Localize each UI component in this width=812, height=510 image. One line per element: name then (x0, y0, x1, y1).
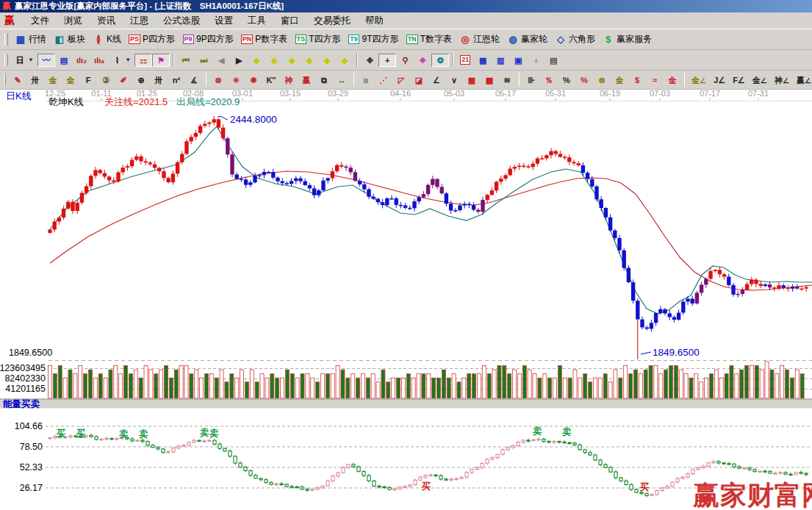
save-button[interactable]: ▣ (509, 54, 527, 67)
t9-square-button[interactable]: T99T四方形 (345, 32, 403, 47)
golden-circle-tool-button[interactable]: ⊜ (593, 73, 611, 87)
winner-wheel-button[interactable]: ◍赢家轮 (503, 32, 551, 47)
diamond-shift-left-button[interactable]: ◈ (248, 54, 265, 67)
f-grid-tool-button[interactable]: F (79, 73, 97, 87)
k-quote-tool-button[interactable]: K″ (262, 73, 280, 87)
winner-service-button[interactable]: $赢家服务 (599, 32, 655, 47)
zoom-button[interactable]: ⚲ (396, 54, 414, 67)
percent-line-tool-button[interactable]: ％ (540, 73, 558, 87)
n2-tool-button[interactable]: n² (168, 73, 185, 87)
info-doc-button[interactable]: ▤ (55, 54, 73, 67)
fan-box-tool-button[interactable]: ◸ (392, 73, 410, 87)
notes-button[interactable]: ▥ (492, 54, 509, 67)
shen-grid-tool-button[interactable]: 神 (280, 73, 298, 87)
grid-tool-button[interactable]: 卅 (26, 73, 44, 87)
j-angle-tool-button[interactable]: J∠ (710, 73, 729, 87)
angle-tool-button[interactable]: ∠ (428, 73, 445, 87)
period-day-button[interactable]: 日▼ (11, 54, 37, 67)
crosshair-button[interactable]: + (378, 54, 396, 67)
menu-item-2[interactable]: 资讯 (90, 13, 123, 29)
web-box-tool-button[interactable]: ◪ (410, 73, 428, 87)
diamond-compress-button[interactable]: ◈ (301, 54, 318, 67)
next-button[interactable]: ▶ (230, 54, 248, 67)
p-number-button[interactable]: PNP数字表 (237, 32, 292, 47)
marker-tool-button[interactable]: ✐ (115, 73, 132, 87)
sectors-button[interactable]: ◧板块 (50, 32, 89, 47)
spiral-grid-tool-button[interactable]: ③ (97, 73, 115, 87)
gann-fan-tool-button[interactable]: ⋰ (375, 73, 392, 87)
number-grid-tool-button[interactable]: ⧉ (315, 73, 333, 87)
gold-underline-tool-button[interactable]: 金 (664, 73, 681, 87)
ruler-list-tool-button[interactable]: ⊪ (522, 73, 540, 87)
menu-item-1[interactable]: 浏览 (57, 13, 90, 29)
toolbar-grip[interactable] (4, 54, 8, 66)
menu-item-7[interactable]: 窗口 (273, 13, 306, 29)
ying-grid-tool-button[interactable]: 赢 (298, 73, 315, 87)
menu-item-6[interactable]: 工具 (240, 13, 273, 29)
wave-tool-button[interactable]: ≈ (646, 73, 664, 87)
gold-grid-tool-button[interactable]: 金 (44, 73, 62, 87)
ma3-button[interactable]: ılı₃ (73, 54, 90, 67)
kline-button[interactable]: ≬K线 (89, 32, 125, 47)
ying-angle-tool-button[interactable]: 赢∠ (793, 73, 812, 87)
menu-item-9[interactable]: 帮助 (358, 13, 391, 29)
prev-button[interactable]: ◀ (212, 54, 230, 67)
gold-angle-tool-button[interactable]: 金∠ (688, 73, 710, 87)
grid-web-tool-button[interactable]: ❋ (245, 73, 262, 87)
first-page-button[interactable]: ⏮ (177, 54, 195, 67)
menu-item-5[interactable]: 设置 (207, 13, 240, 29)
shen-angle-tool-button[interactable]: 神∠ (771, 73, 793, 87)
price-label-tool-button[interactable]: $ (628, 73, 646, 87)
f-angle-tool-button[interactable]: F∠ (729, 73, 749, 87)
calendar-21-button[interactable]: 21 (456, 54, 474, 67)
menu-item-3[interactable]: 江恩 (123, 13, 156, 29)
circle-grid-tool-button[interactable]: ⊕ (132, 73, 150, 87)
diamond-expand-h-button[interactable]: ◈ (283, 54, 301, 67)
quotes-button[interactable]: ▦行情 (11, 32, 50, 47)
calculator-button[interactable]: ▦ (474, 54, 492, 67)
grid-box2-tool-button[interactable]: ▩ (481, 73, 498, 87)
menu-item-4[interactable]: 公式选股 (156, 13, 207, 29)
chart-canvas[interactable]: 12-2501-1101-2502-0803-0103-1503-2904-16… (0, 90, 812, 510)
red-pattern-button[interactable]: ⚏ (134, 54, 152, 67)
percent2-tool-button[interactable]: % (575, 73, 593, 87)
slant-lines-tool-button[interactable]: ≋ (498, 73, 516, 87)
diamond-expand-all-button[interactable]: ◈ (318, 54, 336, 67)
gold-grid2-tool-button[interactable]: 金 (62, 73, 79, 87)
toolbar-grip[interactable] (4, 73, 6, 86)
price-label-tool-button-icon: $ (632, 75, 642, 85)
flag-button[interactable]: ⚑ (152, 54, 170, 67)
brain-map-button[interactable]: ❂ (431, 54, 449, 67)
pen-tool-button[interactable]: ✎ (9, 73, 26, 87)
gold2-angle-tool-button[interactable]: 金∠ (749, 73, 771, 87)
toolbar-grip[interactable] (4, 33, 8, 46)
diamond-shift-right-button[interactable]: ◈ (265, 54, 283, 67)
t-number-button[interactable]: TNT数字表 (403, 32, 456, 47)
gann-wheel-button[interactable]: ◎江恩轮 (456, 32, 503, 47)
percent-tool-button[interactable]: % (558, 73, 575, 87)
web-settings-button[interactable]: ♁ (527, 54, 545, 67)
arrow-span-tool-button[interactable]: ↔ (333, 73, 351, 87)
last-page-button[interactable]: ⏭ (195, 54, 212, 67)
grid-box-tool-button[interactable]: ▦ (463, 73, 481, 87)
p9-square-button[interactable]: P99P四方形 (179, 32, 237, 47)
diamond-center-button[interactable]: ◈ (336, 54, 353, 67)
pink-grid-button[interactable]: ❖ (414, 54, 431, 67)
hand-tool-button[interactable]: ✥ (361, 54, 378, 67)
spiderweb-tool-button[interactable]: ✳ (227, 73, 245, 87)
candle-style-button[interactable]: ⌇▼ (108, 54, 134, 67)
check-lines-tool-button[interactable]: ∨ (445, 73, 463, 87)
compass-tool-button[interactable]: ⊛ (209, 73, 227, 87)
menu-item-0[interactable]: 文件 (24, 13, 57, 29)
print-button[interactable]: ▤ (545, 54, 562, 67)
hexagon-button[interactable]: ◇六角形 (551, 32, 599, 47)
qiankun-pattern-button[interactable]: 〰 (37, 54, 55, 67)
hash-grid-tool-button[interactable]: 卅 (150, 73, 168, 87)
golden-line-tool-button[interactable]: 金 (611, 73, 628, 87)
menu-item-8[interactable]: 交易委托 (306, 13, 358, 29)
box-tool-button[interactable]: ⧈ (357, 73, 375, 87)
ma9-button[interactable]: ılı₉ (90, 54, 108, 67)
p-square-button[interactable]: PSP四方形 (125, 32, 179, 47)
protractor-tool-button[interactable]: ∡ (185, 73, 203, 87)
t-square-button[interactable]: TST四方形 (291, 32, 344, 47)
